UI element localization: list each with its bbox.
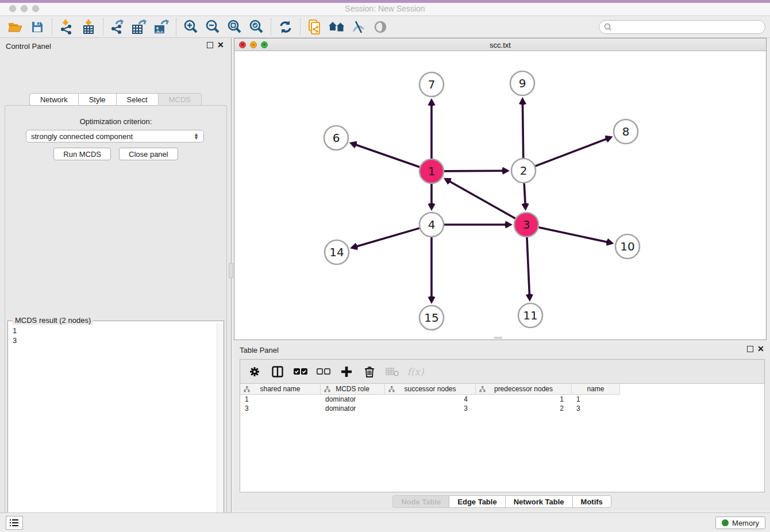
- deselect-all-icon[interactable]: [316, 364, 331, 379]
- float-table-panel-icon[interactable]: [747, 346, 753, 352]
- table-row[interactable]: 3 dominator 3 2 3: [240, 404, 620, 413]
- zoom-in-icon[interactable]: [180, 17, 202, 37]
- network-graph[interactable]: 7968124314101511: [234, 51, 766, 340]
- edge-1-2[interactable]: [444, 171, 504, 171]
- gear-icon[interactable]: [247, 364, 262, 379]
- tab-node-table[interactable]: Node Table: [392, 495, 449, 508]
- graph-node-label: 9: [519, 76, 526, 90]
- cell-predecessor-nodes[interactable]: 1: [476, 395, 572, 404]
- edge-1-6[interactable]: [355, 144, 419, 167]
- tab-style[interactable]: Style: [78, 93, 116, 106]
- column-header-mcds-role[interactable]: MCDS role: [321, 384, 385, 394]
- tab-network[interactable]: Network: [29, 93, 78, 106]
- node-table-container: f(x) shared name MCDS role successor nod…: [240, 359, 765, 492]
- select-all-icon[interactable]: [293, 364, 308, 379]
- add-column-icon[interactable]: [339, 364, 354, 379]
- delete-table-icon[interactable]: [385, 364, 400, 379]
- refresh-layout-icon[interactable]: [275, 17, 297, 37]
- column-header-predecessor-nodes[interactable]: predecessor nodes: [476, 384, 572, 394]
- tab-network-table[interactable]: Network Table: [505, 495, 572, 508]
- delete-icon[interactable]: [362, 364, 377, 379]
- search-area: [599, 20, 765, 34]
- mcds-result-box: MCDS result (2 nodes) 1 3: [7, 321, 224, 532]
- cell-successor-nodes[interactable]: 3: [385, 404, 476, 413]
- cell-mcds-role[interactable]: dominator: [321, 404, 385, 413]
- import-network-icon[interactable]: [56, 17, 78, 37]
- main-toolbar: [0, 16, 770, 38]
- attribute-tree-icon: [244, 386, 250, 392]
- edge-3-1[interactable]: [449, 181, 515, 219]
- home-icon[interactable]: [326, 17, 348, 37]
- criterion-dropdown[interactable]: strongly connected component ▲▼: [26, 130, 204, 142]
- show-details-icon[interactable]: [369, 17, 391, 37]
- window-title: Session: New Session: [0, 4, 770, 13]
- run-mcds-button[interactable]: Run MCDS: [53, 148, 111, 160]
- toolbar-separator: [103, 18, 103, 36]
- table-panel-title: Table Panel: [240, 346, 279, 354]
- import-table-icon[interactable]: [78, 17, 99, 37]
- column-header-name[interactable]: name: [572, 384, 620, 394]
- graph-node-label: 8: [622, 125, 630, 138]
- edge-2-3[interactable]: [524, 183, 525, 205]
- zoom-fit-icon[interactable]: [224, 17, 245, 37]
- clone-network-icon[interactable]: [304, 17, 326, 37]
- graph-node-label: 15: [424, 311, 438, 325]
- table-row[interactable]: 1 dominator 4 1 1: [240, 395, 620, 404]
- edge-3-11[interactable]: [527, 237, 530, 296]
- cell-name[interactable]: 3: [572, 404, 620, 413]
- cell-shared-name[interactable]: 3: [240, 404, 321, 413]
- attribute-tree-icon: [324, 386, 330, 392]
- network-resize-grip[interactable]: [494, 337, 502, 339]
- save-session-icon[interactable]: [26, 17, 48, 37]
- table-panel-header: Table Panel ✕: [234, 342, 770, 358]
- zoom-out-icon[interactable]: [202, 17, 224, 37]
- memory-button[interactable]: Memory: [715, 516, 765, 529]
- zoom-selected-icon[interactable]: [245, 17, 267, 37]
- function-builder-icon[interactable]: f(x): [408, 364, 423, 379]
- column-header-successor-nodes[interactable]: successor nodes: [385, 384, 476, 394]
- close-panel-button[interactable]: Close panel: [119, 148, 178, 160]
- arrowhead: [502, 167, 510, 175]
- open-file-icon[interactable]: [5, 17, 26, 37]
- result-scrollbar[interactable]: [217, 323, 224, 532]
- edge-4-14[interactable]: [356, 228, 419, 246]
- edge-3-10[interactable]: [539, 228, 609, 242]
- graph-node-label: 6: [333, 131, 340, 145]
- cell-shared-name[interactable]: 1: [240, 395, 321, 404]
- export-table-icon[interactable]: [129, 17, 151, 37]
- tab-edge-table[interactable]: Edge Table: [449, 495, 505, 508]
- tab-mcds[interactable]: MCDS: [158, 93, 202, 106]
- close-table-panel-icon[interactable]: ✕: [757, 344, 764, 353]
- task-history-button[interactable]: [6, 516, 23, 530]
- attribute-tree-icon: [388, 386, 395, 392]
- cell-predecessor-nodes[interactable]: 2: [476, 404, 572, 413]
- float-panel-icon[interactable]: [207, 42, 213, 48]
- control-panel-tabs: Network Style Select MCDS: [0, 93, 231, 106]
- close-panel-icon[interactable]: ✕: [217, 40, 224, 49]
- cell-mcds-role[interactable]: dominator: [321, 395, 385, 404]
- export-network-icon[interactable]: [107, 17, 129, 37]
- list-icon: [10, 519, 19, 527]
- search-input[interactable]: [612, 23, 760, 31]
- mcds-buttons: Run MCDS Close panel: [5, 148, 226, 160]
- node-table-header: shared name MCDS role successor nodes pr…: [240, 384, 620, 395]
- graph-node-label: 2: [520, 164, 528, 178]
- cell-successor-nodes[interactable]: 4: [385, 395, 476, 404]
- split-panel-icon[interactable]: [270, 364, 285, 379]
- column-header-shared-name[interactable]: shared name: [240, 384, 321, 394]
- arrowhead: [444, 178, 452, 185]
- export-image-icon[interactable]: [151, 17, 172, 37]
- graph-node-label: 1: [428, 164, 436, 178]
- search-field[interactable]: [599, 20, 765, 34]
- memory-label: Memory: [732, 519, 759, 527]
- panel-splitter-handle[interactable]: [229, 263, 233, 278]
- mcds-result-text[interactable]: 1 3: [8, 323, 216, 532]
- edge-2-8[interactable]: [536, 138, 608, 166]
- edge-2-9[interactable]: [522, 103, 523, 158]
- control-panel-header: Control Panel ✕: [0, 38, 231, 54]
- cell-name[interactable]: 1: [572, 395, 620, 404]
- network-window-titlebar[interactable]: ✕ − + scc.txt: [234, 38, 766, 51]
- tab-motifs[interactable]: Motifs: [572, 495, 611, 508]
- hide-details-icon[interactable]: [348, 17, 369, 37]
- tab-select[interactable]: Select: [116, 93, 158, 106]
